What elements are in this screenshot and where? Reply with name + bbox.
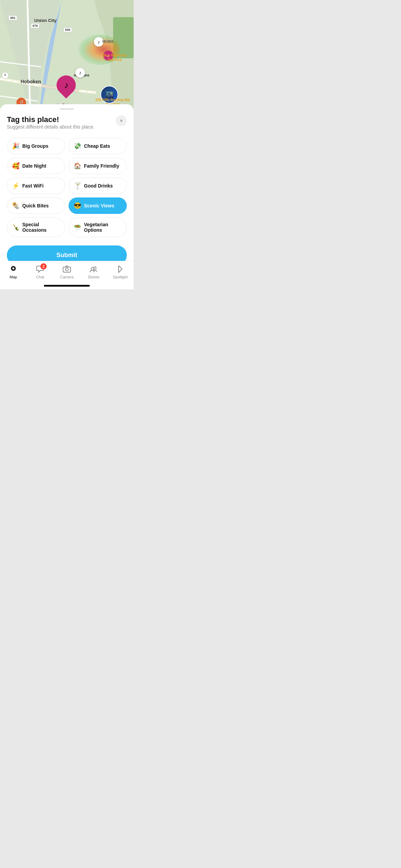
tag-emoji: 🥰 [12, 162, 20, 170]
road-badge-505: 505 [63, 27, 72, 32]
tag-label: Big Groups [22, 143, 48, 149]
sheet-title-group: Tag this place! Suggest different detail… [7, 115, 95, 136]
tag-emoji: 😎 [74, 202, 81, 209]
nav-item-camera[interactable]: Camera [57, 265, 77, 279]
tag-chip-date-night[interactable]: 🥰Date Night [7, 158, 65, 174]
tag-chip-special-occasions[interactable]: 🍾Special Occasions [7, 217, 65, 237]
close-button[interactable]: × [116, 115, 127, 126]
tag-chip-family-friendly[interactable]: 🏠Family Friendly [69, 158, 127, 174]
blue-nightclub-icon[interactable]: ♪ [104, 51, 113, 60]
nav-item-map[interactable]: Map [3, 265, 24, 279]
svg-point-3 [12, 267, 14, 269]
spotlight-nav-icon [116, 265, 125, 274]
road-badge-676: 676 [31, 23, 39, 28]
tag-chip-good-drinks[interactable]: 🍸Good Drinks [69, 178, 127, 194]
nav-label-map: Map [10, 275, 17, 279]
map-nav-icon [9, 265, 18, 274]
le-bain-pin[interactable]: ♪ [57, 75, 76, 95]
tag-emoji: 🌯 [12, 202, 20, 209]
nav-item-spotlight[interactable]: Spotlight [110, 265, 131, 279]
stories-nav-icon [89, 265, 98, 274]
tag-chip-scenic-views[interactable]: 😎Scenic Views [69, 197, 127, 214]
nav-item-stories[interactable]: Stories [83, 265, 104, 279]
tag-chip-quick-bites[interactable]: 🌯Quick Bites [7, 197, 65, 214]
tag-emoji: 🍾 [12, 224, 20, 231]
tag-label: Scenic Views [84, 203, 114, 208]
tag-label: Cheap Eats [84, 143, 110, 149]
home-indicator [44, 285, 90, 287]
drag-handle[interactable] [60, 108, 74, 110]
tag-emoji: ⚡ [12, 182, 20, 190]
svg-rect-1 [113, 17, 134, 58]
nav-item-chat[interactable]: 2 Chat [30, 265, 50, 279]
sheet-subtitle: Suggest different details about this pla… [7, 124, 95, 130]
camera-nav-icon [62, 265, 71, 274]
nav-label-chat: Chat [36, 275, 44, 279]
road-badge-1: 1 [2, 72, 9, 79]
tags-grid: 🎉Big Groups💸Cheap Eats🥰Date Night🏠Family… [7, 138, 127, 237]
sheet-title: Tag this place! [7, 115, 95, 124]
tag-chip-vegetarian-options[interactable]: 🥗Vegetarian Options [69, 217, 127, 237]
tag-label: Date Night [22, 163, 46, 169]
tag-emoji: 🎉 [12, 142, 20, 150]
tag-label: Quick Bites [22, 203, 49, 208]
tag-label: Good Drinks [84, 183, 113, 189]
hush-music-icon: ♪ [94, 37, 104, 47]
tag-emoji: 🥗 [74, 224, 81, 231]
tag-chip-big-groups[interactable]: 🎉Big Groups [7, 138, 65, 154]
svg-marker-8 [119, 266, 122, 273]
marquee-music-icon: ♪ [75, 68, 85, 77]
nav-label-spotlight: Spotlight [113, 275, 128, 279]
nav-label-stories: Stories [88, 275, 99, 279]
svg-point-5 [65, 268, 68, 271]
tag-chip-fast-wifi[interactable]: ⚡Fast WiFi [7, 178, 65, 194]
tag-chip-cheap-eats[interactable]: 💸Cheap Eats [69, 138, 127, 154]
tag-label: Vegetarian Options [84, 222, 122, 233]
tag-emoji: 🍸 [74, 182, 81, 190]
tag-label: Family Friendly [84, 163, 119, 169]
nav-label-camera: Camera [60, 275, 73, 279]
chat-badge: 2 [40, 263, 47, 269]
sheet-header: Tag this place! Suggest different detail… [7, 115, 127, 136]
tag-emoji: 🏠 [74, 162, 81, 170]
road-badge-681: 681 [9, 15, 17, 20]
tag-label: Fast WiFi [22, 183, 44, 189]
chat-nav-icon: 2 [36, 265, 45, 274]
rooftop-avatar[interactable]: 🌃 [100, 86, 118, 104]
tag-label: Special Occasions [22, 222, 60, 233]
tag-emoji: 💸 [74, 142, 81, 150]
